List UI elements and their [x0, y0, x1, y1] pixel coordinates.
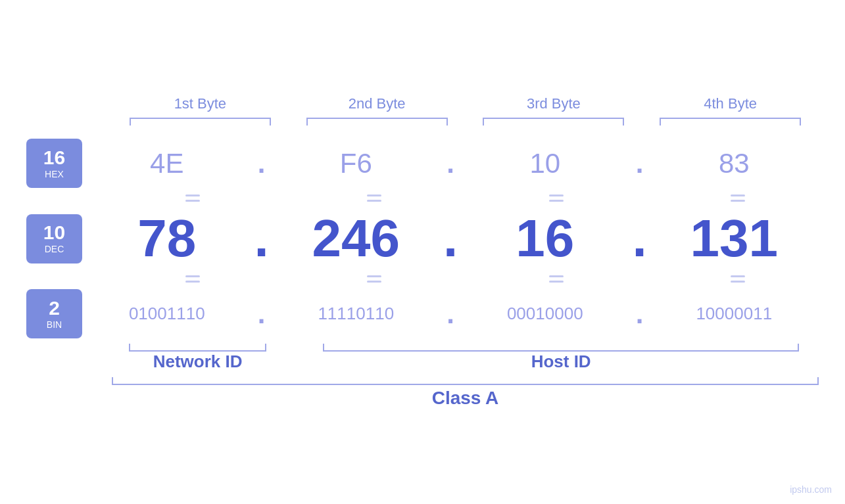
eq2-line-4a — [731, 275, 745, 277]
eq2-cell-4 — [657, 271, 819, 286]
eq-line-4a — [731, 195, 745, 196]
host-label: Host ID — [303, 352, 819, 372]
eq-cell-2 — [293, 191, 455, 206]
network-bracket-cell — [112, 344, 283, 352]
hex-base-label: HEX — [45, 169, 64, 179]
eq-sep-space-2 — [456, 191, 475, 206]
byte-label-2: 2nd Byte — [289, 95, 466, 112]
eq-line-1b — [185, 200, 200, 202]
network-bracket — [129, 344, 266, 352]
eq-cell-3 — [475, 191, 637, 206]
eq-sym-2 — [367, 191, 381, 206]
eq-line-3b — [549, 200, 564, 202]
eq-cell-1 — [112, 191, 274, 206]
equals-row-1 — [26, 191, 819, 206]
section-labels-area: Network ID Host ID — [26, 352, 819, 372]
bracket-sep-1 — [283, 344, 303, 352]
bin-val-1: 01001110 — [82, 304, 252, 324]
eq-line-1a — [185, 195, 200, 196]
main-container: 1st Byte 2nd Byte 3rd Byte 4th Byte 16 H… — [0, 0, 845, 504]
label-sep — [283, 352, 303, 372]
eq2-line-1a — [185, 275, 200, 277]
hex-badge: 16 HEX — [26, 139, 82, 188]
bin-row: 2 BIN 01001110 . 11110110 . 00010000 . 1… — [26, 289, 819, 338]
bracket-cell-3 — [466, 118, 642, 126]
bin-base-label: BIN — [47, 319, 62, 330]
bracket-cell-1 — [112, 118, 289, 126]
eq2-sym-4 — [731, 271, 745, 286]
bracket-top-1 — [130, 118, 271, 126]
bin-sep-3: . — [630, 298, 650, 330]
dec-val-1: 78 — [82, 208, 252, 269]
bracket-top-4 — [660, 118, 801, 126]
eq-sym-1 — [185, 191, 200, 206]
eq-line-3a — [549, 195, 564, 196]
hex-val-2: F6 — [272, 148, 441, 179]
bin-val-3: 00010000 — [460, 304, 630, 324]
hex-sep-1: . — [252, 148, 272, 179]
dec-base-label: DEC — [45, 244, 64, 254]
dec-row: 10 DEC 78 . 246 . 16 . 131 — [26, 208, 819, 269]
hex-val-4: 83 — [650, 148, 819, 179]
eq-line-4b — [731, 200, 745, 202]
eq-sep-space-1 — [274, 191, 293, 206]
bracket-top-3 — [483, 118, 624, 126]
eq2-cell-1 — [112, 271, 274, 286]
hex-val-3: 10 — [460, 148, 630, 179]
dec-base-num: 10 — [43, 223, 65, 242]
bottom-brackets-area — [26, 344, 819, 352]
eq2-sym-1 — [185, 271, 200, 286]
bin-sep-2: . — [441, 298, 460, 330]
dec-val-4: 131 — [650, 208, 819, 269]
eq2-cell-3 — [475, 271, 637, 286]
eq2-sep-space-1 — [274, 271, 293, 286]
bin-base-num: 2 — [49, 298, 60, 318]
class-bracket-row — [26, 377, 819, 385]
eq2-line-1b — [185, 281, 200, 283]
byte-labels-row: 1st Byte 2nd Byte 3rd Byte 4th Byte — [26, 95, 819, 112]
top-brackets-row — [26, 118, 819, 126]
eq2-cell-2 — [293, 271, 455, 286]
dec-badge: 10 DEC — [26, 214, 82, 263]
eq-line-2b — [367, 200, 381, 202]
byte-label-4: 4th Byte — [642, 95, 819, 112]
eq-sym-4 — [731, 191, 745, 206]
eq-sep-space-3 — [637, 191, 657, 206]
class-label-row: Class A — [26, 385, 819, 409]
byte-label-3: 3rd Byte — [466, 95, 642, 112]
class-bracket — [112, 377, 819, 385]
class-label: Class A — [112, 385, 819, 409]
host-bracket-cell — [303, 344, 819, 352]
dec-val-3: 16 — [460, 208, 630, 269]
eq2-line-3b — [549, 281, 564, 283]
hex-base-num: 16 — [43, 148, 65, 168]
dec-val-2: 246 — [272, 208, 441, 269]
hex-sep-3: . — [630, 148, 650, 179]
watermark: ipshu.com — [790, 484, 832, 495]
eq-sym-3 — [549, 191, 564, 206]
eq2-line-2b — [367, 281, 381, 283]
eq2-sep-space-3 — [637, 271, 657, 286]
eq2-sym-2 — [367, 271, 381, 286]
eq2-line-2a — [367, 275, 381, 277]
bin-val-4: 10000011 — [650, 304, 819, 324]
eq-cell-4 — [657, 191, 819, 206]
bracket-cell-4 — [642, 118, 819, 126]
eq2-sym-3 — [549, 271, 564, 286]
eq-line-2a — [367, 195, 381, 196]
bin-badge: 2 BIN — [26, 289, 82, 338]
dec-sep-2: . — [441, 208, 460, 269]
dec-sep-1: . — [252, 208, 272, 269]
eq2-line-3a — [549, 275, 564, 277]
dec-sep-3: . — [630, 208, 650, 269]
bin-sep-1: . — [252, 298, 272, 330]
eq2-line-4b — [731, 281, 745, 283]
hex-val-1: 4E — [82, 148, 252, 179]
bracket-cell-2 — [289, 118, 466, 126]
network-label: Network ID — [112, 352, 283, 372]
bin-val-2: 11110110 — [272, 304, 441, 324]
equals-row-2 — [26, 271, 819, 286]
host-bracket — [323, 344, 799, 352]
byte-label-1: 1st Byte — [112, 95, 289, 112]
hex-row: 16 HEX 4E . F6 . 10 . 83 — [26, 139, 819, 188]
